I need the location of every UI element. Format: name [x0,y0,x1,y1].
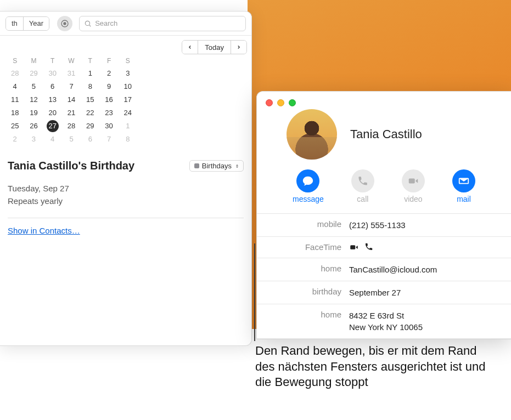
video-icon [407,175,419,187]
calendar-day[interactable]: 23 [99,106,118,119]
calendar-day[interactable]: 6 [81,133,99,145]
zoom-button[interactable] [289,99,296,106]
search-icon [84,20,92,27]
calendar-day[interactable]: 5 [24,80,43,93]
search-input[interactable]: Search [79,16,246,31]
contact-card-window: Tania Castillo message call video mail m… [256,91,511,339]
calendar-day[interactable]: 5 [62,133,81,145]
view-seg-month[interactable]: th [6,17,24,30]
calendar-day[interactable]: 4 [5,80,24,93]
phone-icon[interactable] [364,242,373,251]
mail-icon [458,175,470,187]
calendar-day[interactable]: 10 [119,80,137,93]
field-value: 8432 E 63rd St New York NY 10065 [349,310,423,333]
calendar-select[interactable]: Birthdays [189,160,244,172]
svg-rect-4 [409,178,415,183]
calendar-day[interactable]: 7 [62,80,81,93]
field-home-email[interactable]: home TanCastillo@icloud.com [257,258,511,281]
calendar-select-label: Birthdays [202,162,232,170]
callout-line [254,243,255,341]
calendar-day[interactable]: 9 [99,80,118,93]
calendar-day[interactable]: 16 [99,93,118,106]
message-action[interactable]: message [293,169,324,203]
next-button[interactable] [231,41,246,54]
call-label: call [357,195,368,203]
calendar-day[interactable]: 15 [81,93,99,106]
contact-actions: message call video mail [257,169,511,213]
view-seg-year[interactable]: Year [24,17,49,30]
calendar-day[interactable]: 17 [119,93,137,106]
calendar-day[interactable]: 30 [43,67,62,80]
event-title: Tania Castillo's Birthday [8,160,134,172]
calendar-day[interactable]: 8 [119,133,137,145]
calendar-day[interactable]: 28 [62,120,81,132]
field-key: home [265,264,341,273]
field-mobile[interactable]: mobile (212) 555-1133 [257,214,511,237]
calendar-day[interactable]: 12 [24,93,43,106]
field-facetime[interactable]: FaceTime [257,237,511,258]
svg-rect-5 [350,245,355,249]
calendar-day[interactable]: 2 [5,133,24,145]
today-button[interactable]: Today [198,41,231,54]
prev-button[interactable] [182,41,198,54]
view-segmented-control[interactable]: th Year [5,16,49,31]
call-action[interactable]: call [351,169,374,203]
dow-header: F [99,55,118,66]
calendar-day[interactable]: 2 [99,67,118,80]
field-key: birthday [265,287,341,296]
calendar-day[interactable]: 28 [5,67,24,80]
calendar-day[interactable]: 3 [24,133,43,145]
calendar-day[interactable]: 4 [43,133,62,145]
calendar-day[interactable]: 3 [119,67,137,80]
calendar-day[interactable]: 29 [81,120,99,132]
calendar-day[interactable]: 19 [24,106,43,119]
minimize-button[interactable] [277,99,284,106]
calendar-day[interactable]: 29 [24,67,43,80]
dow-header: W [62,55,81,66]
calendar-day[interactable]: 31 [62,67,81,80]
calendar-day[interactable]: 7 [99,133,118,145]
message-label: message [293,195,324,203]
calendar-day[interactable]: 20 [43,106,62,119]
calendar-day[interactable]: 8 [81,80,99,93]
calendar-day[interactable]: 24 [119,106,137,119]
calendar-day[interactable]: 25 [5,120,24,132]
calendar-day[interactable]: 21 [62,106,81,119]
message-icon [302,175,314,187]
calendar-day[interactable]: 13 [43,93,62,106]
dow-header: S [119,55,137,66]
calendar-day[interactable]: 18 [5,106,24,119]
facetime-icons [349,242,373,252]
calendar-day[interactable]: 27 [43,120,62,132]
field-value: TanCastillo@icloud.com [349,264,437,275]
dow-header: T [81,55,99,66]
dow-header: S [5,55,24,66]
field-key: FaceTime [265,242,341,252]
svg-point-1 [63,22,66,25]
airplay-icon[interactable] [57,16,72,31]
field-birthday[interactable]: birthday September 27 [257,281,511,304]
field-home-address[interactable]: home 8432 E 63rd St New York NY 10065 [257,304,511,339]
chevron-left-icon [187,44,193,50]
field-value: September 27 [349,287,401,298]
calendar-day[interactable]: 14 [62,93,81,106]
callout-text: Den Rand bewegen, bis er mit dem Rand de… [255,343,491,390]
avatar[interactable] [287,109,337,160]
calendar-day[interactable]: 11 [5,93,24,106]
calendar-day[interactable]: 26 [24,120,43,132]
svg-line-3 [89,25,91,26]
calendar-day[interactable]: 1 [81,67,99,80]
field-key: mobile [265,219,341,229]
close-button[interactable] [266,99,273,106]
mini-calendar-grid[interactable]: SMTWTFS282930311234567891011121314151617… [5,55,137,145]
video-action[interactable]: video [402,169,425,203]
mail-action[interactable]: mail [452,169,475,203]
calendar-day[interactable]: 30 [99,120,118,132]
calendar-day[interactable]: 6 [43,80,62,93]
video-icon[interactable] [349,242,359,252]
show-in-contacts-link[interactable]: Show in Contacts… [8,226,80,235]
mail-label: mail [457,195,471,203]
calendar-day[interactable]: 1 [119,120,137,132]
chevron-right-icon [236,44,242,50]
calendar-day[interactable]: 22 [81,106,99,119]
